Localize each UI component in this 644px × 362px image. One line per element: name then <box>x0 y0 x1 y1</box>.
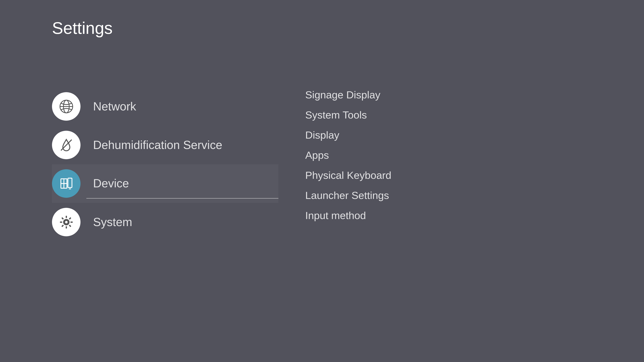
sidebar-item-label: Network <box>93 100 136 113</box>
detail-item-system-tools[interactable]: System Tools <box>305 110 392 120</box>
svg-rect-15 <box>61 217 64 220</box>
detail-item-signage-display[interactable]: Signage Display <box>305 90 392 100</box>
svg-rect-11 <box>60 221 62 223</box>
svg-rect-16 <box>69 225 71 227</box>
sidebar-item-label-wrap: System <box>86 207 278 237</box>
settings-page: Settings Network <box>0 0 644 362</box>
sidebar-item-label-wrap: Network <box>86 91 278 121</box>
sidebar-item-device[interactable]: Device <box>52 164 278 203</box>
gear-icon <box>52 208 80 236</box>
svg-rect-7 <box>68 178 72 188</box>
sidebar-item-dehumidification[interactable]: Dehumidification Service <box>52 126 278 164</box>
device-detail-list: Signage Display System Tools Display App… <box>305 90 392 230</box>
sidebar-item-label: Dehumidification Service <box>93 138 222 152</box>
page-title: Settings <box>52 18 112 38</box>
sidebar-item-system[interactable]: System <box>52 203 278 241</box>
sidebar-item-network[interactable]: Network <box>52 87 278 126</box>
detail-item-physical-keyboard[interactable]: Physical Keyboard <box>305 170 392 180</box>
svg-rect-13 <box>69 217 71 220</box>
sidebar-item-label: System <box>93 215 132 229</box>
svg-rect-10 <box>66 226 67 228</box>
svg-rect-12 <box>70 221 72 223</box>
settings-sidebar: Network Dehumidification Service <box>52 87 278 241</box>
device-icon <box>52 169 80 198</box>
detail-item-display[interactable]: Display <box>305 130 392 140</box>
detail-item-launcher-settings[interactable]: Launcher Settings <box>305 190 392 201</box>
detail-item-apps[interactable]: Apps <box>305 150 392 160</box>
sidebar-item-label: Device <box>93 177 129 190</box>
dehumidify-icon <box>52 131 80 159</box>
svg-rect-14 <box>61 225 64 227</box>
sidebar-item-label-wrap: Dehumidification Service <box>86 130 278 160</box>
globe-icon <box>52 92 80 121</box>
sidebar-item-label-wrap: Device <box>86 168 278 199</box>
svg-rect-9 <box>66 216 67 218</box>
detail-item-input-method[interactable]: Input method <box>305 210 392 221</box>
